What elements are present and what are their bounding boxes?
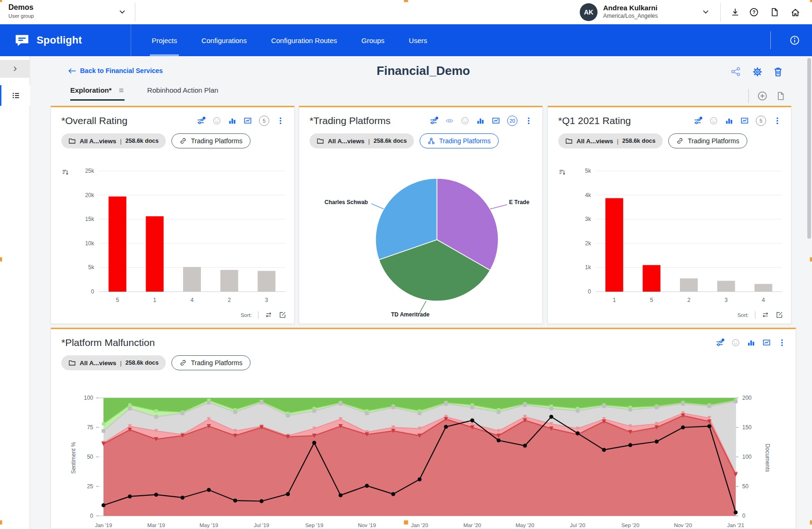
svg-text:2: 2 bbox=[228, 297, 231, 303]
svg-text:Jul '20: Jul '20 bbox=[570, 522, 585, 528]
svg-text:50: 50 bbox=[87, 454, 94, 460]
nav-item-groups[interactable]: Groups bbox=[349, 24, 397, 56]
share-icon[interactable] bbox=[731, 66, 741, 77]
capture-handle bbox=[404, 0, 408, 2]
nav-item-projects[interactable]: Projects bbox=[140, 24, 189, 56]
workspace-type: User group bbox=[8, 13, 34, 19]
filter-sliders-icon[interactable] bbox=[197, 117, 206, 125]
footer-divider bbox=[755, 311, 755, 319]
count-badge[interactable]: 20 bbox=[507, 116, 517, 126]
sort-label: Sort: bbox=[241, 312, 252, 318]
tab-robinhood-action-plan[interactable]: Robinhood Action Plan bbox=[147, 86, 218, 99]
capture-handle bbox=[810, 257, 812, 262]
svg-text:3: 3 bbox=[265, 297, 268, 303]
document-icon[interactable] bbox=[770, 7, 779, 17]
edit-sort-icon[interactable] bbox=[775, 311, 783, 319]
bar-chart-icon[interactable] bbox=[476, 117, 485, 125]
avatar[interactable]: AK bbox=[580, 3, 598, 21]
svg-text:Sentiment %: Sentiment % bbox=[70, 442, 77, 474]
svg-text:Jan '19: Jan '19 bbox=[95, 522, 112, 528]
kebab-menu-icon[interactable] bbox=[773, 117, 782, 125]
sentiment-smiley-icon[interactable] bbox=[461, 117, 469, 125]
filter-sliders-icon[interactable] bbox=[429, 117, 438, 125]
rail-item-list[interactable] bbox=[0, 85, 30, 106]
kebab-menu-icon[interactable] bbox=[778, 338, 786, 347]
back-link[interactable]: Back to Financial Services bbox=[68, 67, 163, 74]
svg-text:15k: 15k bbox=[85, 216, 95, 222]
nav-items: Projects Configurations Configuration Ro… bbox=[140, 24, 439, 56]
vertical-scrollbar[interactable] bbox=[807, 58, 811, 239]
pie-label-charles-schwab: Charles Schwab bbox=[325, 199, 368, 206]
svg-text:2: 2 bbox=[687, 297, 691, 303]
svg-text:5k: 5k bbox=[585, 168, 591, 174]
tab-menu-icon[interactable] bbox=[118, 87, 125, 94]
scope-chip[interactable]: All A...views | 258.6k docs bbox=[61, 133, 166, 148]
page-title: Financial_Demo bbox=[376, 64, 470, 78]
sentiment-smiley-icon[interactable] bbox=[709, 117, 718, 125]
trading-platforms-pie[interactable] bbox=[299, 162, 543, 326]
info-icon[interactable] bbox=[790, 35, 800, 45]
trash-icon[interactable] bbox=[773, 66, 783, 77]
q1-2021-rating-chart[interactable]: 01k2k3k4k5k15234 bbox=[548, 162, 792, 309]
svg-text:150: 150 bbox=[742, 424, 752, 431]
linked-filter-chip[interactable]: Trading Platforms bbox=[668, 133, 747, 148]
edit-sort-icon[interactable] bbox=[279, 311, 287, 319]
workspace-chevron-down-icon[interactable] bbox=[118, 7, 126, 16]
card-title: *Overall Rating bbox=[61, 115, 127, 126]
report-board-icon[interactable] bbox=[244, 117, 252, 125]
nav-item-users[interactable]: Users bbox=[397, 24, 439, 56]
capture-handle bbox=[0, 0, 2, 2]
svg-text:75: 75 bbox=[87, 424, 94, 431]
download-icon[interactable] bbox=[731, 7, 740, 17]
report-board-icon[interactable] bbox=[492, 117, 500, 125]
kebab-menu-icon[interactable] bbox=[524, 117, 533, 125]
pie-label-e-trade: E Trade bbox=[509, 199, 529, 206]
rail-expand-button[interactable] bbox=[0, 60, 30, 78]
page-icon[interactable] bbox=[776, 91, 785, 101]
filter-sliders-icon[interactable] bbox=[694, 117, 702, 125]
nav-item-configurations[interactable]: Configurations bbox=[189, 24, 259, 56]
nav-item-configuration-routes[interactable]: Configuration Routes bbox=[259, 24, 349, 56]
bar-chart-icon[interactable] bbox=[725, 117, 733, 125]
linked-filter-chip[interactable]: Trading Platforms bbox=[420, 133, 499, 148]
swap-sort-icon[interactable] bbox=[265, 311, 273, 319]
report-board-icon[interactable] bbox=[740, 117, 749, 125]
overall-rating-chart[interactable]: 05k10k15k20k25k51423 bbox=[51, 162, 295, 309]
top-bar: Demos User group AK Andrea Kulkarni Amer… bbox=[0, 0, 812, 24]
sentiment-smiley-icon[interactable] bbox=[731, 338, 740, 347]
filter-sliders-icon[interactable] bbox=[716, 338, 724, 347]
brand[interactable]: Spotlight bbox=[0, 24, 131, 56]
svg-text:Mar '20: Mar '20 bbox=[464, 522, 481, 528]
folder-icon bbox=[68, 137, 76, 145]
svg-text:5: 5 bbox=[116, 297, 119, 303]
svg-text:25: 25 bbox=[87, 483, 94, 490]
linked-filter-chip[interactable]: Trading Platforms bbox=[171, 133, 251, 148]
report-board-icon[interactable] bbox=[762, 338, 771, 347]
tab-exploration[interactable]: Exploration* bbox=[70, 86, 125, 101]
sentiment-smiley-icon[interactable] bbox=[213, 117, 221, 125]
gear-icon[interactable] bbox=[752, 66, 763, 77]
scope-chip[interactable]: All A...views | 258.6k docs bbox=[558, 133, 663, 148]
card-q1-2021-rating: *Q1 2021 Rating 5 All A...views | 258.6k… bbox=[547, 106, 791, 324]
home-icon[interactable] bbox=[790, 7, 800, 17]
user-menu-chevron-down-icon[interactable] bbox=[701, 7, 710, 16]
count-badge[interactable]: 5 bbox=[259, 116, 269, 126]
eye-icon[interactable] bbox=[445, 117, 454, 125]
count-badge[interactable]: 5 bbox=[756, 116, 766, 126]
svg-text:3k: 3k bbox=[585, 216, 591, 222]
swap-sort-icon[interactable] bbox=[761, 311, 769, 319]
workspace-switcher[interactable]: Demos User group bbox=[8, 3, 34, 19]
bar-chart-icon[interactable] bbox=[747, 338, 755, 347]
help-icon[interactable] bbox=[749, 7, 759, 17]
bar-chart-icon[interactable] bbox=[228, 117, 236, 125]
scope-chip[interactable]: All A...views | 258.6k docs bbox=[310, 133, 414, 148]
kebab-menu-icon[interactable] bbox=[276, 117, 285, 125]
tab-actions bbox=[748, 89, 785, 103]
topbar-divider bbox=[135, 3, 135, 22]
platform-malfunction-chart[interactable]: 0255075100050100150200Sentiment %Documen… bbox=[51, 392, 797, 529]
add-tab-icon[interactable] bbox=[757, 91, 768, 101]
card-title: *Trading Platforms bbox=[310, 115, 391, 126]
scope-chip[interactable]: All A...views | 258.6k docs bbox=[61, 355, 166, 370]
linked-filter-chip[interactable]: Trading Platforms bbox=[171, 355, 251, 370]
app-window: Demos User group AK Andrea Kulkarni Amer… bbox=[0, 0, 812, 529]
